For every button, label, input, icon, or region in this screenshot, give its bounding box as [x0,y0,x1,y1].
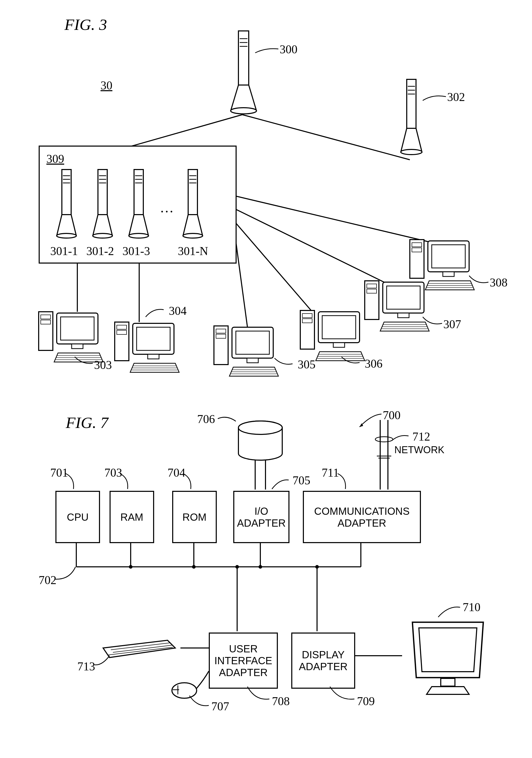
rom-block: ROM [172,491,217,543]
fig3-system-ref: 30 [100,79,112,92]
svg-rect-52 [148,354,159,359]
leader-305 [274,356,298,371]
svg-point-32 [129,233,149,238]
fig7-wiring [0,407,532,758]
cpu-label: CPU [67,511,89,523]
cluster-srv-3-icon [121,167,156,245]
svg-rect-33 [188,170,197,215]
svg-point-107 [259,565,262,568]
svg-rect-84 [412,243,422,247]
svg-rect-18 [62,170,71,215]
ref-710: 710 [463,600,480,614]
comm-label: COMMUNICATIONS ADAPTER [314,505,409,529]
ref-307: 307 [443,317,461,331]
svg-rect-61 [247,358,258,363]
svg-rect-57 [216,329,226,333]
svg-rect-39 [41,315,51,319]
ref-709: 709 [357,694,375,708]
svg-rect-66 [302,314,312,318]
ref-700: 700 [383,408,401,422]
leader-705 [272,476,293,492]
leader-706 [218,414,238,429]
leader-709 [330,687,358,705]
ref-302: 302 [447,90,465,104]
svg-rect-51 [137,327,170,350]
ref-713: 713 [77,660,95,673]
pc-308-icon [405,232,477,294]
svg-rect-48 [117,325,126,329]
cluster-srv-1-icon [49,167,84,245]
cpu-block: CPU [55,491,100,543]
ui-adapter-block: USER INTERFACE ADAPTER [209,633,278,689]
ref-701: 701 [50,466,68,479]
io-block: I/O ADAPTER [233,491,290,543]
ref-711: 711 [322,466,339,479]
leader-307 [423,314,446,330]
cluster-srv-n-icon [175,167,210,245]
leader-306 [341,354,365,370]
svg-rect-23 [98,170,107,215]
svg-rect-69 [322,316,356,339]
svg-rect-70 [333,343,345,347]
svg-rect-87 [432,245,465,268]
ref-704: 704 [167,466,185,479]
svg-point-93 [238,421,282,434]
svg-rect-49 [117,330,126,334]
ref-712: 712 [412,430,430,443]
ref-308: 308 [490,276,508,289]
ref-707: 707 [211,700,229,713]
ref-300: 300 [280,43,298,56]
svg-rect-85 [412,248,422,252]
svg-rect-60 [236,331,269,354]
ui-label: USER INTERFACE ADAPTER [214,643,272,678]
ref-702: 702 [39,573,56,587]
svg-rect-58 [216,334,226,338]
leader-713 [94,656,112,670]
svg-rect-120 [441,678,455,686]
pc-305-icon [209,318,281,380]
svg-rect-42 [60,317,94,340]
ref-703: 703 [104,466,122,479]
network-label: NETWORK [394,444,444,456]
disp-label: DISPLAY ADAPTER [299,649,348,672]
svg-point-98 [375,437,393,442]
svg-rect-28 [134,170,143,215]
svg-rect-43 [72,344,83,349]
ram-label: RAM [121,511,143,523]
ref-708: 708 [272,694,290,708]
leader-707 [190,696,211,710]
ref-303: 303 [94,358,112,372]
cluster-ref: 309 [46,152,64,166]
cluster-srv-2: 301-2 [86,244,114,258]
svg-line-7 [234,196,430,242]
svg-line-5 [234,222,314,314]
server-main-icon [224,28,263,116]
cluster-srv-n: 301-N [178,244,208,258]
svg-rect-76 [367,289,376,293]
svg-point-27 [93,233,112,238]
svg-rect-75 [367,284,376,288]
svg-point-105 [129,565,132,568]
server-right-icon [394,77,428,160]
io-label: I/O ADAPTER [237,505,286,529]
monitor-icon [401,612,494,702]
svg-point-17 [401,150,422,155]
leader-710 [438,604,464,620]
leader-308 [469,273,492,289]
ref-306: 306 [365,357,382,370]
svg-point-106 [192,565,195,568]
cluster-srv-1: 301-1 [50,244,78,258]
svg-point-37 [183,233,202,238]
ref-304: 304 [169,304,187,318]
svg-rect-40 [41,320,51,324]
leader-304 [146,307,169,322]
svg-line-6 [234,209,387,283]
cluster-srv-3: 301-3 [123,244,150,258]
svg-rect-67 [302,319,312,323]
display-adapter-block: DISPLAY ADAPTER [291,633,355,689]
svg-point-12 [231,108,257,114]
ref-706: 706 [197,412,215,426]
rom-label: ROM [183,511,206,523]
cluster-ellipsis: … [160,200,174,216]
svg-line-0 [129,115,242,147]
